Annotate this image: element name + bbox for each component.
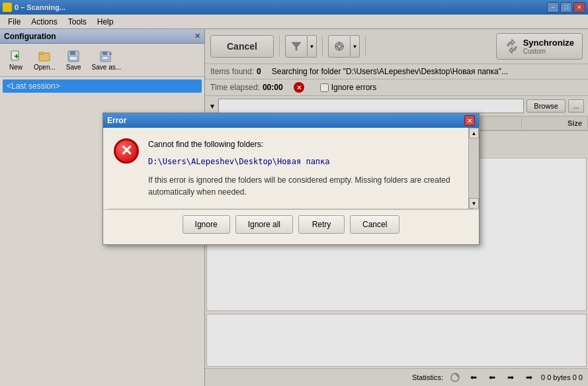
error-icon: ✕ (114, 138, 140, 165)
dialog-title-bar: Error ✕ (103, 113, 479, 128)
error-circle-icon: ✕ (114, 138, 139, 164)
scroll-up[interactable]: ▲ (469, 128, 479, 138)
dialog-buttons: Ignore Ignore all Retry Cancel (103, 209, 479, 244)
ignore-all-button[interactable]: Ignore all (235, 215, 293, 234)
dialog-content: ✕ Cannot find the following folders: D:\… (103, 128, 468, 209)
dialog-path: D:\Users\ALepeshev\Desktop\Новая папка (148, 156, 458, 168)
error-dialog: Error ✕ ✕ Cannot find the following fold… (103, 113, 480, 245)
dialog-scrollbar: ▲ ▼ (468, 128, 479, 209)
dialog-info-text: If this error is ignored the folders wil… (148, 174, 458, 198)
dialog-overlay: Error ✕ ✕ Cannot find the following fold… (0, 0, 588, 386)
dialog-text: Cannot find the following folders: D:\Us… (148, 138, 458, 198)
dialog-close-button[interactable]: ✕ (464, 115, 475, 126)
cancel-dialog-button[interactable]: Cancel (350, 215, 399, 234)
dialog-title: Error (107, 116, 126, 125)
ignore-button[interactable]: Ignore (183, 215, 230, 234)
scroll-down[interactable]: ▼ (469, 198, 479, 209)
retry-button[interactable]: Retry (298, 215, 345, 234)
dialog-main-text: Cannot find the following folders: (148, 138, 458, 150)
